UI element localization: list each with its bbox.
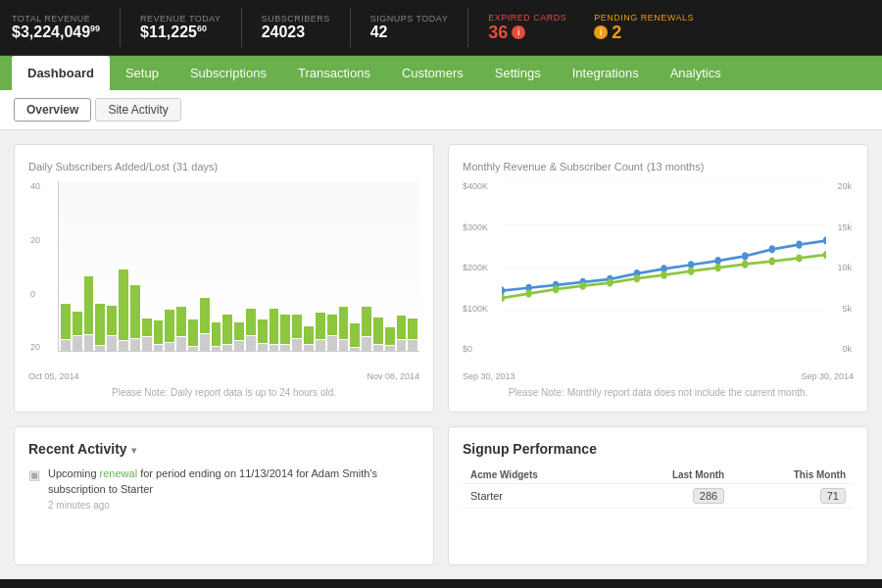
- recent-activity-title: Recent Activity ▾: [28, 441, 419, 457]
- nav-tab-setup[interactable]: Setup: [110, 56, 174, 90]
- svg-point-26: [715, 264, 721, 271]
- svg-point-23: [634, 274, 640, 282]
- y-label-20: 20: [30, 235, 40, 245]
- activity-timestamp: 2 minutes ago: [48, 499, 419, 513]
- table-row: Starter 286 71: [463, 484, 854, 509]
- monthly-chart-title: Monthly Revenue & Subscriber Count (13 m…: [463, 159, 854, 173]
- svg-point-28: [769, 257, 775, 265]
- last-month-badge[interactable]: 286: [693, 488, 724, 504]
- signup-table: Acme Widgets Last Month This Month Start…: [463, 466, 854, 509]
- pending-info-icon[interactable]: i: [594, 25, 608, 39]
- stat-divider-4: [467, 8, 468, 47]
- svg-point-29: [796, 254, 802, 262]
- plan-column-header: Acme Widgets: [463, 466, 611, 484]
- y-right-20k: 20k: [837, 181, 852, 191]
- signups-today-label: SIGNUPS TODAY: [370, 14, 449, 24]
- y-left-0: $0: [463, 344, 488, 354]
- svg-point-25: [688, 268, 694, 275]
- bar-chart-x-labels: Oct 05, 2014 Nov 08, 2014: [28, 371, 419, 381]
- svg-point-15: [769, 245, 775, 253]
- svg-point-24: [661, 271, 666, 279]
- stat-divider-1: [120, 8, 121, 47]
- total-revenue-stat: TOTAL REVENUE $3,224,04999: [12, 14, 100, 41]
- plan-cell: Starter: [463, 484, 611, 509]
- expired-cards-stat: EXPIRED CARDS 36 i: [488, 13, 566, 43]
- subnav-overview[interactable]: Overview: [14, 98, 91, 122]
- svg-point-22: [607, 279, 612, 287]
- expired-cards-label: EXPIRED CARDS: [488, 13, 566, 23]
- total-revenue-label: TOTAL REVENUE: [12, 14, 100, 24]
- last-month-header: Last Month: [611, 466, 732, 484]
- main-content: Daily Subscribers Added/Lost (31 days) 4…: [0, 130, 882, 579]
- nav-tab-integrations[interactable]: Integrations: [557, 56, 655, 90]
- signup-performance-card: Signup Performance Acme Widgets Last Mon…: [448, 426, 868, 565]
- svg-point-5: [502, 287, 505, 295]
- last-month-cell: 286: [611, 484, 732, 509]
- daily-subscribers-chart-card: Daily Subscribers Added/Lost (31 days) 4…: [14, 144, 434, 413]
- monthly-revenue-chart-card: Monthly Revenue & Subscriber Count (13 m…: [448, 144, 868, 413]
- monthly-x-labels: Sep 30, 2013 Sep 30, 2014: [463, 371, 854, 381]
- subscribers-label: SUBSCRIBERS: [262, 14, 330, 24]
- y-left-200k: $200K: [463, 263, 488, 272]
- y-label-0: 0: [30, 289, 40, 299]
- revenue-today-value: $11,22560: [140, 24, 221, 41]
- svg-point-21: [580, 282, 586, 290]
- subscribers-stat: SUBSCRIBERS 24023: [262, 14, 330, 41]
- activity-item: ▣ Upcoming renewal for period ending on …: [28, 466, 419, 513]
- pending-renewals-stat: PENDING RENEWALS i 2: [594, 13, 694, 43]
- stat-divider-3: [350, 8, 351, 47]
- svg-point-30: [823, 251, 826, 259]
- y-right-15k: 15k: [837, 222, 852, 232]
- monthly-chart-note: Please Note: Monthly report data does no…: [463, 387, 854, 398]
- nav-tab-transactions[interactable]: Transactions: [282, 56, 386, 90]
- svg-point-13: [715, 257, 721, 265]
- stats-bar: TOTAL REVENUE $3,224,04999 REVENUE TODAY…: [0, 0, 882, 56]
- nav-tab-customers[interactable]: Customers: [386, 56, 479, 90]
- y-right-10k: 10k: [837, 263, 852, 272]
- y-left-300k: $300K: [463, 222, 488, 232]
- revenue-today-label: REVENUE TODAY: [140, 14, 221, 24]
- svg-point-17: [823, 236, 826, 244]
- svg-point-14: [742, 252, 748, 260]
- renewal-link[interactable]: renewal: [100, 467, 138, 479]
- this-month-badge[interactable]: 71: [820, 488, 846, 504]
- y-right-0k: 0k: [837, 344, 852, 354]
- expired-info-icon[interactable]: i: [512, 25, 525, 39]
- y-label-40: 40: [30, 181, 40, 191]
- monthly-line-chart: [502, 181, 826, 354]
- recent-activity-dropdown-icon[interactable]: ▾: [131, 445, 136, 456]
- nav-bar: Dashboard Setup Subscriptions Transactio…: [0, 56, 882, 90]
- nav-tab-analytics[interactable]: Analytics: [655, 56, 737, 90]
- this-month-header: This Month: [732, 466, 854, 484]
- svg-point-19: [525, 290, 531, 298]
- subscribers-value: 24023: [262, 24, 330, 41]
- signups-today-value: 42: [370, 24, 449, 41]
- total-revenue-value: $3,224,04999: [12, 24, 100, 41]
- y-label-neg20: 20: [30, 342, 40, 352]
- daily-chart-note: Please Note: Daily report data is up to …: [28, 387, 419, 398]
- y-right-5k: 5k: [837, 304, 852, 314]
- pending-renewals-value: i 2: [594, 23, 694, 43]
- svg-point-18: [502, 294, 505, 302]
- nav-tab-dashboard[interactable]: Dashboard: [12, 56, 110, 90]
- this-month-cell: 71: [732, 484, 854, 509]
- sub-nav: Overview Site Activity: [0, 90, 882, 130]
- nav-tab-settings[interactable]: Settings: [479, 56, 557, 90]
- svg-point-16: [796, 241, 802, 249]
- nav-tab-subscriptions[interactable]: Subscriptions: [174, 56, 282, 90]
- activity-text: Upcoming renewal for period ending on 11…: [48, 466, 419, 513]
- subnav-site-activity[interactable]: Site Activity: [95, 98, 180, 122]
- revenue-today-stat: REVENUE TODAY $11,22560: [140, 14, 221, 41]
- signups-today-stat: SIGNUPS TODAY 42: [370, 14, 449, 41]
- signup-performance-title: Signup Performance: [463, 441, 854, 457]
- y-left-400k: $400K: [463, 181, 488, 191]
- y-left-100k: $100K: [463, 304, 488, 314]
- recent-activity-card: Recent Activity ▾ ▣ Upcoming renewal for…: [14, 426, 434, 565]
- daily-chart-title: Daily Subscribers Added/Lost (31 days): [28, 159, 419, 173]
- pending-renewals-label: PENDING RENEWALS: [594, 13, 694, 23]
- svg-point-27: [742, 261, 748, 269]
- calendar-icon: ▣: [28, 467, 40, 482]
- stat-divider-2: [241, 8, 242, 47]
- expired-cards-value: 36 i: [488, 23, 566, 43]
- svg-point-20: [553, 285, 559, 293]
